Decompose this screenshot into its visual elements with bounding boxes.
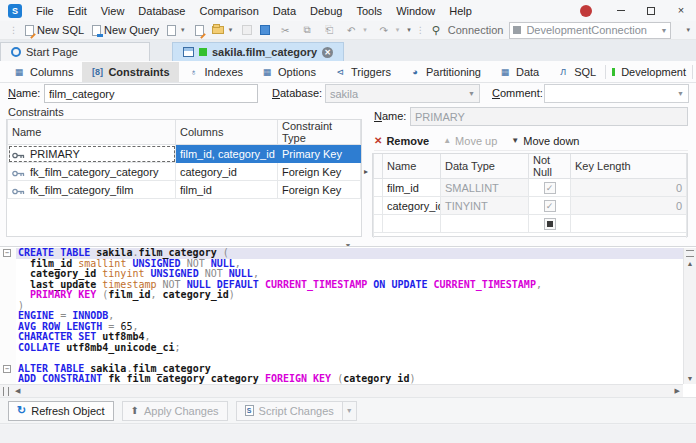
key-column-row[interactable]: category_idTINYINT✓0 — [374, 197, 687, 215]
environment-label[interactable]: Development — [621, 66, 686, 78]
toolbar-options-chevron[interactable]: ▾ — [684, 26, 692, 34]
menu-data[interactable]: Data — [266, 3, 303, 19]
tab-constraints[interactable]: [8]Constraints — [82, 62, 178, 82]
column-header-data-type[interactable]: Data Type — [441, 154, 529, 179]
menu-file[interactable]: File — [29, 3, 61, 19]
move-down-button[interactable]: ▼Move down — [511, 135, 579, 147]
tab-triggers[interactable]: ⊲Triggers — [325, 62, 400, 82]
toolbar-overflow-chevron[interactable]: ▾ — [405, 26, 413, 34]
not-null-cell[interactable] — [529, 215, 571, 233]
tab-sql[interactable]: ЛSQL — [548, 62, 605, 82]
column-header-name[interactable]: Name — [383, 154, 441, 179]
toolbar-grip: ⋮ — [9, 25, 18, 35]
cut-button[interactable]: ✂ — [274, 22, 296, 39]
undo-button[interactable]: ↶▾ — [340, 22, 373, 39]
name-input[interactable] — [44, 84, 258, 103]
menu-window[interactable]: Window — [389, 3, 442, 19]
vertical-scrollbar[interactable]: ▲ ▼ — [683, 248, 696, 384]
not-null-cell[interactable]: ✓ — [529, 179, 571, 197]
key-length-cell[interactable] — [571, 215, 687, 233]
column-header-constraint-type[interactable]: Constraint Type — [278, 120, 361, 145]
minimize-button[interactable] — [606, 2, 636, 20]
comment-combobox[interactable]: ▼ — [544, 84, 689, 103]
copy-button[interactable]: ⧉ — [296, 22, 318, 39]
constraint-columns[interactable]: film_id, category_id — [176, 145, 278, 163]
refresh-object-button[interactable]: ↻Refresh Object — [8, 401, 114, 421]
tab-partitioning[interactable]: ◕Partitioning — [400, 62, 490, 82]
connection-combobox[interactable]: DevelopmentConnection ▼ — [509, 22, 671, 39]
move-up-button[interactable]: ▲Move up — [443, 135, 497, 147]
maximize-button[interactable] — [636, 2, 666, 20]
new-sql-button[interactable]: New SQL — [21, 22, 88, 39]
constraint-type[interactable]: Primary Key — [278, 145, 361, 163]
menu-view[interactable]: View — [94, 3, 132, 19]
constraint-name: PRIMARY — [30, 148, 80, 160]
column-header-name[interactable]: Name — [8, 120, 176, 145]
tab-label: Partitioning — [426, 66, 481, 78]
tab-start-page[interactable]: Start Page — [0, 42, 150, 61]
column-header-columns[interactable]: Columns — [176, 120, 278, 145]
constraint-name-input[interactable]: PRIMARY — [410, 107, 688, 126]
column-header-key-length[interactable]: Key Length — [571, 154, 687, 179]
tab-options[interactable]: ▦Options — [252, 62, 325, 82]
new-query-button[interactable]: New Query — [88, 22, 163, 39]
data-type-cell[interactable]: SMALLINT — [441, 179, 529, 197]
apply-changes-button[interactable]: ⬆Apply Changes — [122, 401, 228, 421]
splitter-collapse-icon[interactable]: ▸ — [364, 167, 368, 176]
close-button[interactable]: × — [666, 2, 696, 20]
constraint-columns[interactable]: film_id — [176, 181, 278, 199]
split-grip-icon[interactable] — [3, 387, 9, 396]
close-tab-icon[interactable]: ✕ — [322, 47, 333, 58]
user-avatar-icon[interactable] — [580, 5, 592, 17]
fold-marker-icon[interactable]: − — [3, 249, 11, 257]
column-name-cell[interactable]: film_id — [383, 179, 441, 197]
constraint-row[interactable]: fk_film_category_filmfilm_idForeign Key — [8, 181, 361, 199]
remove-button[interactable]: ✕Remove — [374, 135, 429, 147]
tab-sakila-film-category[interactable]: sakila.film_category ✕ — [172, 42, 344, 61]
save-button[interactable] — [238, 22, 256, 39]
not-null-cell[interactable]: ✓ — [529, 197, 571, 215]
tab-data[interactable]: ▦Data — [490, 62, 548, 82]
menu-tools[interactable]: Tools — [349, 3, 389, 19]
indexes-tree-icon: ♁ — [188, 67, 200, 77]
column-name-cell[interactable]: category_id — [383, 197, 441, 215]
constraint-type[interactable]: Foreign Key — [278, 181, 361, 199]
paste-button[interactable]: ⎗ — [318, 22, 340, 39]
not-null-checkbox[interactable]: ✓ — [544, 182, 556, 194]
script-changes-button[interactable]: SScript Changes — [236, 401, 343, 421]
constraint-row[interactable]: PRIMARYfilm_id, category_idPrimary Key — [8, 145, 361, 163]
column-name-cell[interactable] — [383, 215, 441, 233]
sql-code-editor[interactable]: −CREATE TABLE sakila.film_category ( fil… — [0, 248, 683, 384]
menu-edit[interactable]: Edit — [61, 3, 94, 19]
database-combobox[interactable]: sakila▼ — [325, 84, 480, 103]
key-length-cell[interactable]: 0 — [571, 179, 687, 197]
open-file-button[interactable]: ▾ — [208, 22, 239, 39]
redo-button[interactable]: ↷▾ — [373, 22, 406, 39]
tab-columns[interactable]: ▦Columns — [4, 62, 82, 82]
new-connection-button[interactable] — [191, 22, 208, 39]
script-changes-dropdown[interactable]: ▼ — [343, 401, 357, 421]
constraint-row[interactable]: fk_film_category_categorycategory_idFore… — [8, 163, 361, 181]
menu-database[interactable]: Database — [131, 3, 192, 19]
split-grip-icon[interactable] — [686, 250, 694, 257]
constraint-type[interactable]: Foreign Key — [278, 163, 361, 181]
tab-indexes[interactable]: ♁Indexes — [179, 62, 253, 82]
key-length-cell[interactable]: 0 — [571, 197, 687, 215]
panel-splitter[interactable]: ▼ — [0, 238, 696, 246]
data-type-cell[interactable] — [441, 215, 529, 233]
connect-button[interactable]: ⚲ — [428, 22, 444, 39]
key-column-row[interactable] — [374, 215, 687, 233]
not-null-checkbox[interactable] — [544, 218, 556, 230]
constraint-columns[interactable]: category_id — [176, 163, 278, 181]
new-document-button[interactable]: ▾ — [163, 22, 191, 39]
menu-comparison[interactable]: Comparison — [192, 3, 265, 19]
data-type-cell[interactable]: TINYINT — [441, 197, 529, 215]
save-all-button[interactable] — [256, 22, 274, 39]
fold-marker-icon[interactable]: − — [3, 365, 11, 373]
key-column-row[interactable]: film_idSMALLINT✓0 — [374, 179, 687, 197]
column-header-not-null[interactable]: Not Null — [529, 154, 571, 179]
menu-debug[interactable]: Debug — [303, 3, 349, 19]
horizontal-scrollbar[interactable]: ◀ ▶ — [0, 384, 683, 397]
not-null-checkbox[interactable]: ✓ — [544, 200, 556, 212]
menu-help[interactable]: Help — [442, 3, 479, 19]
